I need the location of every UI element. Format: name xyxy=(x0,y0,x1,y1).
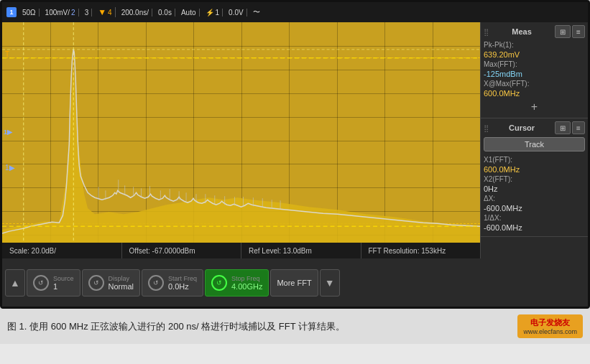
x2-fft-value-row: 0Hz xyxy=(484,185,585,193)
source-btn[interactable]: ↺ Source 1 xyxy=(27,269,80,297)
trigger-arrow-icon: ▼ xyxy=(98,7,106,17)
display-rotate-icon: ↺ xyxy=(88,275,104,291)
wave-icon-segment: 〜 xyxy=(250,7,263,17)
offset-segment: Offset: -67.0000dBm xyxy=(122,243,242,258)
cursor-drag-handle: ⣿ xyxy=(484,124,489,132)
pk-pk-label: Pk-Pk(1): xyxy=(484,41,514,49)
more-fft-btn[interactable]: More FFT xyxy=(270,269,318,297)
time-offset-value: 0.0s xyxy=(158,9,172,17)
scale-value: Scale: 20.0dB/ xyxy=(9,247,56,255)
top-toolbar: 1 50Ω 100mV/ 2 3 ▼ 4 200.0ns/ 0.0s Au xyxy=(2,2,588,22)
dx-value: -600.0MHz xyxy=(484,204,522,213)
more-fft-label: More FFT xyxy=(277,279,311,287)
track-button[interactable]: Track xyxy=(484,137,585,151)
ch-num: 2 xyxy=(71,9,75,17)
watermark-site: 电子发烧友 xyxy=(523,317,577,328)
fft-waveform xyxy=(2,22,480,258)
volts-div-value: 100mV/ xyxy=(45,9,70,17)
x2-fft-row: X2(FFT): xyxy=(484,175,585,183)
x1-fft-value: 600.0MHz xyxy=(484,165,520,174)
inv-dx-value-row: -600.0MHz xyxy=(484,223,585,232)
marker3: 3 xyxy=(85,9,89,17)
add-meas-btn[interactable]: + xyxy=(484,99,585,115)
x-max-fft-value-row: 600.0MHz xyxy=(484,89,585,98)
caption-area: 图 1. 使用 600 MHz 正弦波输入进行的 200 ns/ 格进行时域捕以… xyxy=(0,309,590,344)
trigger-level-icon: ⚡ xyxy=(206,9,214,17)
dx-label: ΔX: xyxy=(484,195,495,202)
cursor-menu-btn[interactable]: ⊞ xyxy=(555,121,571,134)
impedance-segment: 50Ω xyxy=(19,9,40,17)
voltage-offset-value: 0.0V xyxy=(229,9,244,17)
pk-pk-value: 639.20mV xyxy=(484,50,520,59)
meas-drag-handle: ⣿ xyxy=(484,28,489,36)
right-panel: ⣿ Meas ⊞ ≡ Pk-Pk(1): 639.20mV Ma xyxy=(480,22,588,258)
cursor-title: Cursor xyxy=(509,123,535,132)
pk-pk-value-row: 639.20mV xyxy=(484,50,585,59)
cursor-settings-btn[interactable]: ≡ xyxy=(572,121,585,134)
nav-up-btn[interactable]: ▲ xyxy=(5,269,25,297)
time-div-segment: 200.0ns/ xyxy=(119,9,152,17)
fft-res-value: FFT Resolution: 153kHz xyxy=(369,247,446,255)
display-btn[interactable]: ↺ Display Normal xyxy=(82,269,140,297)
screen-status-bar: Scale: 20.0dB/ Offset: -67.0000dBm Ref L… xyxy=(2,243,480,258)
trigger-ch-segment: ⚡ 1 xyxy=(203,9,223,17)
trigger-level-marker: T xyxy=(5,50,9,58)
max-fft-value-row: -125mdBm xyxy=(484,70,585,78)
marker4: 4 xyxy=(108,9,112,17)
channel-indicator: 1 xyxy=(6,7,17,17)
marker4-segment: ▼ 4 xyxy=(95,7,115,17)
max-fft-value: -125mdBm xyxy=(484,70,522,78)
ref-level-segment: Ref Level: 13.0dBm xyxy=(241,243,361,258)
trigger-level-marker2: 1▶ xyxy=(5,164,15,172)
source-value: 1 xyxy=(53,282,57,291)
meas-section: ⣿ Meas ⊞ ≡ Pk-Pk(1): 639.20mV Ma xyxy=(481,22,588,118)
x1-fft-value-row: 600.0MHz xyxy=(484,165,585,174)
stop-freq-label: Stop Freq xyxy=(231,275,260,282)
display-label: Display xyxy=(109,275,130,282)
main-area: 1▶ T 1▶ X2 X1 ⣿ Meas ⊞ ≡ xyxy=(2,22,588,258)
meas-settings-btn[interactable]: ≡ xyxy=(572,25,585,38)
x2-fft-label: X2(FFT): xyxy=(484,175,512,183)
dx-row: ΔX: xyxy=(484,195,585,202)
x2-fft-value: 0Hz xyxy=(484,185,498,193)
caption-text: 图 1. 使用 600 MHz 正弦波输入进行的 200 ns/ 格进行时域捕以… xyxy=(7,320,345,333)
trigger-ch: 1 xyxy=(216,9,220,17)
display-value: Normal xyxy=(109,282,134,291)
voltage-offset-segment: 0.0V xyxy=(226,9,247,17)
start-freq-value: 0.0Hz xyxy=(168,282,189,291)
max-fft-row: Max(FFT): xyxy=(484,60,585,68)
inv-dx-value: -600.0MHz xyxy=(484,223,522,232)
wave-icon: 〜 xyxy=(253,7,260,17)
start-freq-btn[interactable]: ↺ Start Freq 0.0Hz xyxy=(142,269,203,297)
nav-down-btn[interactable]: ▼ xyxy=(320,269,340,297)
trigger-mode-segment: Auto xyxy=(178,9,200,17)
x1-fft-row: X1(FFT): xyxy=(484,156,585,164)
x1-fft-label: X1(FFT): xyxy=(484,156,512,164)
x-max-fft-value: 600.0MHz xyxy=(484,89,520,98)
dx-value-row: -600.0MHz xyxy=(484,204,585,213)
inv-dx-row: 1/ΔX: xyxy=(484,214,585,222)
bottom-controls: ▲ ↺ Source 1 ↺ Display Normal xyxy=(2,258,588,307)
max-fft-label: Max(FFT): xyxy=(484,60,517,68)
impedance-value: 50Ω xyxy=(22,9,36,17)
volts-div-segment: 100mV/ 2 xyxy=(42,9,79,17)
marker3-segment: 3 xyxy=(82,9,93,17)
inv-dx-label: 1/ΔX: xyxy=(484,214,501,222)
oscilloscope-ui: 1 50Ω 100mV/ 2 3 ▼ 4 200.0ns/ 0.0s Au xyxy=(0,0,590,344)
start-freq-rotate-icon: ↺ xyxy=(148,275,164,291)
start-freq-label: Start Freq xyxy=(168,275,197,282)
x-max-fft-row: X@Max(FFT): xyxy=(484,80,585,88)
cursor-section: ⣿ Cursor ⊞ ≡ Track X1(FFT): 600.0MHz xyxy=(481,118,588,237)
watermark-url: www.elecfans.com xyxy=(523,328,577,335)
stop-freq-btn[interactable]: ↺ Stop Freq 4.00GHz xyxy=(205,269,269,297)
source-label: Source xyxy=(53,275,74,282)
pk-pk-row: Pk-Pk(1): xyxy=(484,41,585,49)
oscilloscope-screen: 1▶ T 1▶ X2 X1 xyxy=(2,22,480,258)
cursor-header: ⣿ Cursor ⊞ ≡ xyxy=(484,121,585,134)
stop-freq-rotate-icon: ↺ xyxy=(211,275,227,291)
x-max-fft-label: X@Max(FFT): xyxy=(484,80,529,88)
ch1-screen-label: 1▶ xyxy=(4,129,12,136)
time-div-value: 200.0ns/ xyxy=(121,9,149,17)
meas-menu-btn[interactable]: ⊞ xyxy=(555,25,571,38)
source-rotate-icon: ↺ xyxy=(33,275,49,291)
